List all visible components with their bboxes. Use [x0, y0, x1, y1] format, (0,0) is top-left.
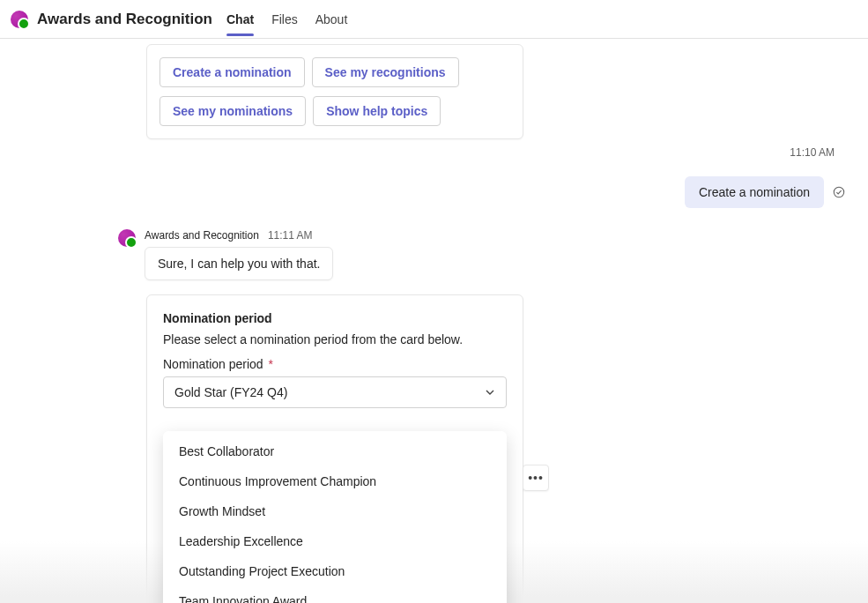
dropdown-option[interactable]: Growth Mindset: [163, 496, 507, 526]
bot-message-meta: Awards and Recognition 11:11 AM: [145, 229, 333, 242]
app-avatar: [11, 11, 28, 28]
tab-chat[interactable]: Chat: [226, 4, 254, 35]
dropdown-option[interactable]: Team Innovation Award: [163, 586, 507, 603]
bot-message-timestamp: 11:11 AM: [268, 229, 313, 242]
dropdown-option[interactable]: Outstanding Project Execution: [163, 556, 507, 586]
field-label-text: Nomination period: [163, 357, 263, 371]
dropdown-option[interactable]: Best Collaborator: [163, 436, 507, 466]
nomination-card: ••• Nomination period Please select a no…: [146, 294, 523, 603]
app-header: Awards and Recognition Chat Files About: [0, 0, 868, 39]
bot-message-row: Awards and Recognition 11:11 AM Sure, I …: [118, 229, 857, 280]
tab-files[interactable]: Files: [271, 4, 298, 35]
tabs-bar: Chat Files About: [226, 4, 347, 35]
dropdown-option[interactable]: Continuous Improvement Champion: [163, 466, 507, 496]
tab-about[interactable]: About: [315, 4, 348, 35]
user-message-block: 11:10 AM Create a nomination: [11, 146, 857, 208]
nomination-period-value: Gold Star (FY24 Q4): [174, 385, 287, 399]
show-help-button[interactable]: Show help topics: [313, 96, 441, 126]
chevron-down-icon: [485, 387, 495, 398]
nomination-card-title: Nomination period: [163, 311, 507, 325]
required-marker: *: [269, 357, 273, 371]
nomination-period-label: Nomination period *: [163, 357, 507, 371]
see-recognitions-button[interactable]: See my recognitions: [312, 57, 459, 87]
svg-point-0: [834, 187, 843, 197]
dropdown-option[interactable]: Leadership Excellence: [163, 526, 507, 556]
chat-area: Create a nomination See my recognitions …: [0, 39, 868, 603]
see-nominations-button[interactable]: See my nominations: [160, 96, 306, 126]
bot-message-bubble: Sure, I can help you with that.: [145, 247, 333, 280]
app-title: Awards and Recognition: [37, 11, 212, 28]
create-nomination-button[interactable]: Create a nomination: [160, 57, 305, 87]
award-type-dropdown: Best Collaborator Continuous Improvement…: [163, 431, 507, 603]
delivered-icon: [833, 186, 845, 198]
more-icon: •••: [528, 471, 544, 485]
quick-actions-card: Create a nomination See my recognitions …: [146, 39, 523, 146]
user-message-timestamp: 11:10 AM: [11, 146, 835, 159]
user-message-bubble: Create a nomination: [685, 176, 824, 208]
bot-sender-name: Awards and Recognition: [145, 229, 259, 242]
bot-avatar: [118, 229, 136, 247]
more-actions-button[interactable]: •••: [523, 465, 549, 491]
nomination-period-select[interactable]: Gold Star (FY24 Q4): [163, 376, 507, 408]
nomination-card-description: Please select a nomination period from t…: [163, 332, 507, 346]
